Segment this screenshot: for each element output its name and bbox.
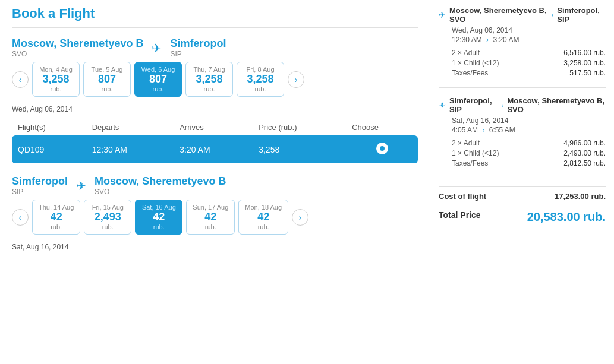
inbound-child-row: 1 × Child (<12) 2,493.00 rub. bbox=[452, 149, 606, 157]
cal-day-4[interactable]: Fri, 8 Aug 3,258 rub. bbox=[237, 62, 284, 97]
inbound-plane-icon: ✈ bbox=[439, 100, 446, 110]
outbound-summary: ✈ Moscow, Sheremetyevo B, SVO › Simferop… bbox=[439, 6, 606, 88]
outbound-arrow-icon: ✈ bbox=[152, 41, 162, 55]
outbound-taxes-row: Taxes/Fees 517.50 rub. bbox=[452, 69, 606, 77]
inbound-cal-day-4[interactable]: Mon, 18 Aug 42 rub. bbox=[238, 200, 288, 235]
inbound-route-header: Simferopol SIP ✈ Moscow, Sheremetyevo B … bbox=[12, 175, 418, 196]
outbound-flights-table: Flight(s) Departs Arrives Price (rub.) C… bbox=[12, 119, 418, 163]
page-title: Book a Flight bbox=[12, 6, 418, 28]
total-label: Total Price bbox=[439, 210, 481, 224]
inbound-next-button[interactable]: › bbox=[292, 209, 308, 226]
total-amount: 20,583.00 rub. bbox=[527, 210, 606, 224]
inbound-calendar-strip: ‹ Thu, 14 Aug 42 rub. Fri, 15 Aug 2,493 … bbox=[12, 200, 418, 235]
summary-sidebar: ✈ Moscow, Sheremetyevo B, SVO › Simferop… bbox=[430, 0, 614, 364]
flight-choose[interactable] bbox=[346, 135, 418, 163]
cal-day-2[interactable]: Wed, 6 Aug 807 rub. bbox=[134, 62, 182, 97]
inbound-summary-time: 4:05 AM › 6:55 AM bbox=[452, 126, 606, 134]
cost-amount: 17,253.00 rub. bbox=[555, 192, 606, 201]
cal-day-3[interactable]: Thu, 7 Aug 3,258 rub. bbox=[185, 62, 233, 97]
col-arrives: Arrives bbox=[174, 119, 253, 135]
outbound-summary-from: Moscow, Sheremetyevo B, SVO bbox=[449, 6, 548, 24]
outbound-summary-route: ✈ Moscow, Sheremetyevo B, SVO › Simferop… bbox=[439, 6, 606, 24]
flight-departs: 12:30 AM bbox=[86, 135, 174, 163]
inbound-summary-date: Sat, Aug 16, 2014 bbox=[452, 116, 606, 125]
col-departs: Departs bbox=[86, 119, 174, 135]
outbound-prev-button[interactable]: ‹ bbox=[12, 71, 29, 88]
inbound-cal-day-0[interactable]: Thu, 14 Aug 42 rub. bbox=[32, 200, 80, 235]
col-price: Price (rub.) bbox=[253, 119, 346, 135]
inbound-from: Simferopol SIP bbox=[12, 175, 68, 196]
outbound-calendar-strip: ‹ Mon, 4 Aug 3,258 rub. Tue, 5 Aug 807 r… bbox=[12, 62, 418, 97]
inbound-taxes-row: Taxes/Fees 2,812.50 rub. bbox=[452, 159, 606, 167]
inbound-summary-to: Moscow, Sheremetyevo B, SVO bbox=[507, 96, 606, 114]
inbound-selected-date: Sat, Aug 16, 2014 bbox=[12, 243, 418, 251]
outbound-next-button[interactable]: › bbox=[288, 71, 304, 88]
table-row[interactable]: QD109 12:30 AM 3:20 AM 3,258 bbox=[12, 135, 418, 163]
inbound-summary-route: ✈ Simferopol, SIP › Moscow, Sheremetyevo… bbox=[439, 96, 606, 114]
inbound-cal-day-3[interactable]: Sun, 17 Aug 42 rub. bbox=[186, 200, 235, 235]
outbound-summary-to: Simferopol, SIP bbox=[557, 6, 606, 24]
outbound-route-header: Moscow, Sheremetyevo B SVO ✈ Simferopol … bbox=[12, 37, 418, 58]
cost-label: Cost of flight bbox=[439, 192, 486, 201]
inbound-cal-day-2[interactable]: Sat, 16 Aug 42 rub. bbox=[135, 200, 182, 235]
outbound-plane-icon: ✈ bbox=[439, 10, 446, 20]
col-choose: Choose bbox=[346, 119, 418, 135]
radio-selected-icon[interactable] bbox=[376, 143, 388, 154]
flight-arrives: 3:20 AM bbox=[174, 135, 253, 163]
outbound-from: Moscow, Sheremetyevo B SVO bbox=[12, 37, 143, 58]
outbound-selected-date: Wed, Aug 06, 2014 bbox=[12, 105, 418, 113]
outbound-summary-time: 12:30 AM › 3:20 AM bbox=[452, 36, 606, 44]
inbound-summary-arrow: › bbox=[502, 102, 504, 109]
inbound-summary-from: Simferopol, SIP bbox=[449, 96, 498, 114]
flight-number: QD109 bbox=[12, 135, 86, 163]
cal-day-0[interactable]: Mon, 4 Aug 3,258 rub. bbox=[32, 62, 80, 97]
outbound-summary-arrow: › bbox=[552, 11, 554, 18]
total-row: Total Price 20,583.00 rub. bbox=[439, 205, 606, 224]
cal-day-1[interactable]: Tue, 5 Aug 807 rub. bbox=[83, 62, 131, 97]
inbound-to: Moscow, Sheremetyevo B SVO bbox=[95, 175, 226, 196]
inbound-summary: ✈ Simferopol, SIP › Moscow, Sheremetyevo… bbox=[439, 96, 606, 178]
col-flight: Flight(s) bbox=[12, 119, 86, 135]
flight-price: 3,258 bbox=[253, 135, 346, 163]
outbound-adult-row: 2 × Adult 6,516.00 rub. bbox=[452, 49, 606, 57]
inbound-arrow-icon: ✈ bbox=[76, 179, 86, 193]
inbound-adult-row: 2 × Adult 4,986.00 rub. bbox=[452, 139, 606, 147]
outbound-child-row: 1 × Child (<12) 3,258.00 rub. bbox=[452, 59, 606, 67]
outbound-to: Simferopol SIP bbox=[170, 37, 226, 58]
inbound-segment: Simferopol SIP ✈ Moscow, Sheremetyevo B … bbox=[12, 175, 418, 251]
outbound-summary-date: Wed, Aug 06, 2014 bbox=[452, 26, 606, 34]
cost-row: Cost of flight 17,253.00 rub. bbox=[439, 186, 606, 201]
inbound-cal-day-1[interactable]: Fri, 15 Aug 2,493 rub. bbox=[84, 200, 131, 235]
outbound-segment: Moscow, Sheremetyevo B SVO ✈ Simferopol … bbox=[12, 37, 418, 163]
inbound-prev-button[interactable]: ‹ bbox=[12, 209, 29, 226]
